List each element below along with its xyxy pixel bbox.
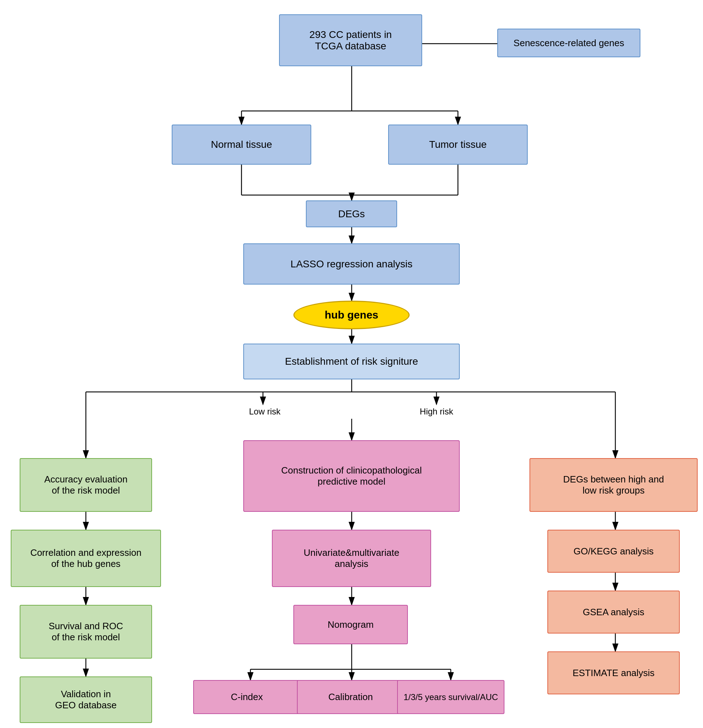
degs-groups-box: DEGs between high and low risk groups	[530, 458, 698, 512]
high-risk-label: High risk	[401, 404, 472, 419]
go-kegg-box: GO/KEGG analysis	[547, 530, 680, 573]
gsea-box: GSEA analysis	[547, 591, 680, 634]
low-risk-label: Low risk	[229, 404, 301, 419]
survival-box: Survival and ROC of the risk model	[20, 605, 152, 659]
accuracy-box: Accuracy evaluation of the risk model	[20, 458, 152, 512]
tcga-box: 293 CC patients in TCGA database	[279, 14, 422, 66]
nomogram-box: Nomogram	[293, 605, 408, 644]
univariate-box: Univariate&multivariate analysis	[272, 530, 431, 587]
diagram-container: 293 CC patients in TCGA database Senesce…	[0, 0, 703, 728]
degs-box: DEGs	[306, 201, 397, 227]
survival-auc-box: 1/3/5 years survival/AUC	[397, 680, 504, 714]
senescence-box: Senescence-related genes	[497, 29, 640, 57]
estimate-box: ESTIMATE analysis	[547, 651, 680, 694]
cindex-box: C-index	[193, 680, 301, 714]
establishment-box: Establishment of risk signiture	[243, 344, 460, 379]
lasso-box: LASSO regression analysis	[243, 243, 460, 285]
hub-genes-ellipse: hub genes	[293, 300, 410, 329]
calibration-box: Calibration	[297, 680, 404, 714]
correlation-box: Correlation and expression of the hub ge…	[11, 530, 161, 587]
validation-box: Validation in GEO database	[20, 676, 152, 723]
construction-box: Construction of clinicopathological pred…	[243, 440, 460, 512]
tumor-tissue-box: Tumor tissue	[388, 124, 528, 165]
normal-tissue-box: Normal tissue	[172, 124, 311, 165]
